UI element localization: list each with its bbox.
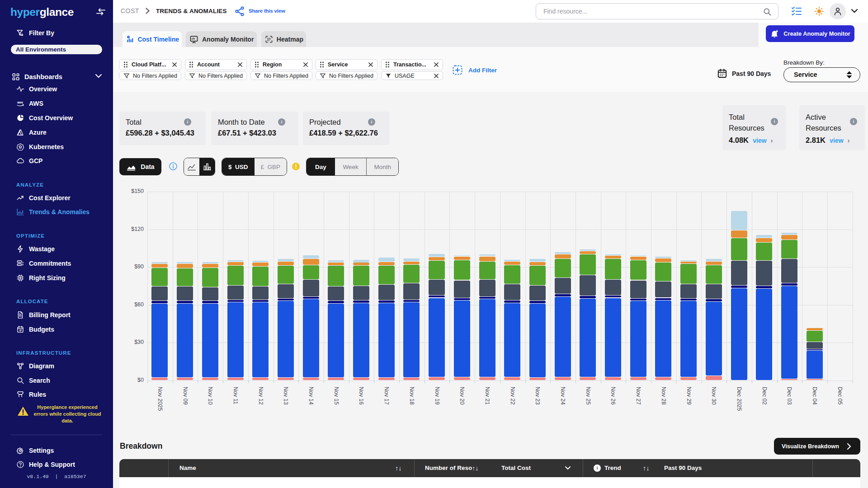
svg-text:aws: aws <box>17 101 23 104</box>
